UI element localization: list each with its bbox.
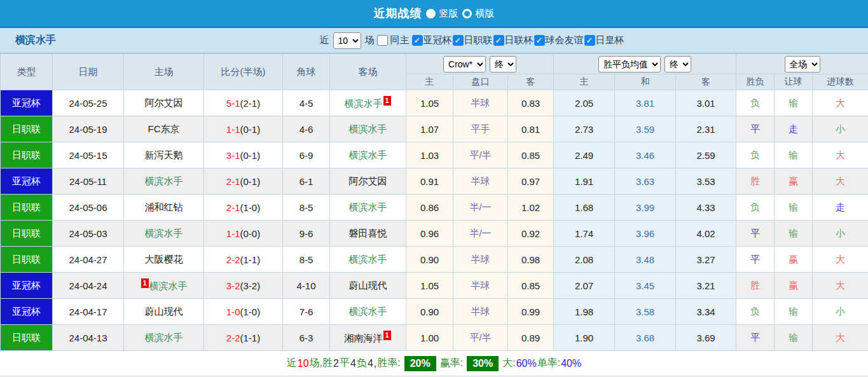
- result-handicap: 输: [775, 195, 813, 221]
- subcol-2: 客: [508, 74, 554, 90]
- summary-text: 单率:: [537, 357, 560, 370]
- home-team-cell: 1横滨水手: [124, 273, 204, 299]
- corner-cell: 8-5: [283, 247, 330, 273]
- subcol-8: 进球数: [813, 74, 868, 90]
- league-checkbox-3[interactable]: ✓: [534, 35, 545, 46]
- ah-away-odds: 0.81: [508, 116, 554, 142]
- score-cell: 1-1(0-0): [204, 221, 283, 247]
- result-wdl: 平: [736, 116, 775, 142]
- summary-text: 平: [340, 357, 350, 370]
- league-checkbox-4[interactable]: ✓: [584, 35, 595, 46]
- ah-away-odds: 0.85: [508, 273, 554, 299]
- ah-home-odds: 1.03: [406, 142, 453, 168]
- date-cell: 24-04-13: [53, 325, 124, 351]
- subcol-4: 和: [615, 74, 676, 90]
- date-cell: 24-04-27: [53, 247, 124, 273]
- ah-line: 半球: [453, 299, 508, 325]
- home-team-cell: 大阪樱花: [124, 247, 204, 273]
- date-cell: 24-04-17: [53, 299, 124, 325]
- result-goals: 小: [813, 299, 868, 325]
- corner-cell: 4-5: [283, 90, 330, 116]
- away-team-cell: 横滨水手: [330, 247, 406, 273]
- home-team-cell: FC东京: [124, 116, 204, 142]
- ah-away-odds: 0.92: [508, 221, 554, 247]
- col-type: 类型: [1, 54, 53, 90]
- league-checkbox-0[interactable]: ✓: [412, 35, 423, 46]
- away-team-cell: 磐田喜悦: [330, 221, 406, 247]
- subcol-1: 盘口: [453, 74, 508, 90]
- corner-cell: 4-10: [283, 273, 330, 299]
- scope-select[interactable]: 全场: [785, 56, 820, 72]
- summary-text: 4: [368, 358, 373, 369]
- ah-line: 平手: [453, 116, 508, 142]
- ah-home-odds: 1.05: [406, 90, 453, 116]
- handicap-time-select[interactable]: 终: [490, 56, 516, 72]
- date-cell: 24-04-24: [53, 273, 124, 299]
- result-handicap: 输: [775, 221, 813, 247]
- date-cell: 24-05-06: [53, 195, 124, 221]
- ah-away-odds: 0.89: [508, 325, 554, 351]
- summary-text: 60%: [516, 358, 537, 369]
- layout-horizontal-label[interactable]: 横版: [476, 8, 495, 20]
- euro-time-select[interactable]: 终: [665, 56, 691, 72]
- result-wdl: 负: [736, 142, 775, 168]
- ah-home-odds: 0.96: [406, 221, 453, 247]
- result-wdl: 平: [736, 247, 775, 273]
- eu-home-odds: 2.05: [554, 90, 615, 116]
- eu-home-odds: 1.68: [554, 195, 615, 221]
- eu-away-odds: 4.02: [676, 221, 736, 247]
- eu-away-odds: 3.01: [676, 90, 736, 116]
- result-goals: 大: [813, 325, 868, 351]
- league-cell: 亚冠杯: [1, 90, 53, 116]
- team-name: 横滨水手: [15, 28, 56, 53]
- handicap-company-select[interactable]: Crow*: [443, 56, 486, 72]
- euro-odds-header: 胜平负均值终: [554, 54, 736, 74]
- eu-away-odds: 3.69: [676, 325, 736, 351]
- summary-text: 胜率:: [377, 357, 400, 370]
- summary-text: 近: [287, 357, 297, 370]
- league-cell: 日职联: [1, 247, 53, 273]
- eu-draw-odds: 3.96: [615, 221, 676, 247]
- away-team-cell: 湘南海洋1: [330, 325, 406, 351]
- ah-away-odds: 0.85: [508, 142, 554, 168]
- home-team-cell: 浦和红钻: [124, 195, 204, 221]
- result-goals: 小: [813, 116, 868, 142]
- date-cell: 24-05-15: [53, 142, 124, 168]
- summary-text: 4: [350, 358, 356, 369]
- ah-away-odds: 0.97: [508, 168, 554, 195]
- league-checkbox-2[interactable]: ✓: [493, 35, 504, 46]
- eu-home-odds: 2.73: [554, 116, 615, 142]
- ah-away-odds: 0.98: [508, 247, 554, 273]
- layout-vertical-radio[interactable]: [426, 9, 436, 18]
- result-goals: 大: [813, 273, 868, 299]
- league-cell: 亚冠杯: [1, 299, 53, 325]
- ah-line: 半球: [453, 247, 508, 273]
- subcol-6: 胜负: [736, 74, 775, 90]
- asian-handicap-header: Crow*终: [406, 54, 554, 74]
- result-wdl: 平: [736, 325, 775, 351]
- ah-away-odds: 0.99: [508, 299, 554, 325]
- col-home: 主场: [124, 54, 204, 90]
- home-team-cell: 横滨水手: [124, 168, 204, 195]
- euro-odds-select[interactable]: 胜平负均值: [598, 56, 661, 72]
- score-cell: 2-2(1-1): [204, 247, 283, 273]
- summary-bar: 近10场,胜2平4负4, 胜率:20%赢率:30%大:60% 单率:40%: [0, 351, 868, 376]
- match-row: 亚冠杯24-05-25阿尔艾因5-1(2-1)4-5横滨水手11.05半球0.8…: [1, 90, 868, 116]
- summary-text: 赢率:: [440, 357, 463, 370]
- match-row: 亚冠杯24-04-17蔚山现代1-0(1-0)7-6横滨水手0.90半球0.99…: [1, 299, 868, 325]
- same-home-checkbox[interactable]: [377, 35, 388, 46]
- league-cell: 日职联: [1, 325, 53, 351]
- away-team-cell: 横滨水手: [330, 116, 406, 142]
- rate-badge: 30%: [467, 356, 499, 371]
- page-title: 近期战绩: [374, 6, 422, 21]
- eu-home-odds: 2.49: [554, 142, 615, 168]
- corner-cell: 9-6: [283, 221, 330, 247]
- summary-text: 场,胜: [310, 357, 333, 370]
- layout-vertical-label[interactable]: 竖版: [439, 8, 458, 20]
- eu-home-odds: 1.98: [554, 299, 615, 325]
- subcol-0: 主: [406, 74, 453, 90]
- recent-count-select[interactable]: 10: [333, 32, 361, 49]
- league-checkbox-1[interactable]: ✓: [453, 35, 464, 46]
- score-cell: 1-1(0-1): [204, 116, 283, 142]
- layout-horizontal-radio[interactable]: [462, 9, 472, 18]
